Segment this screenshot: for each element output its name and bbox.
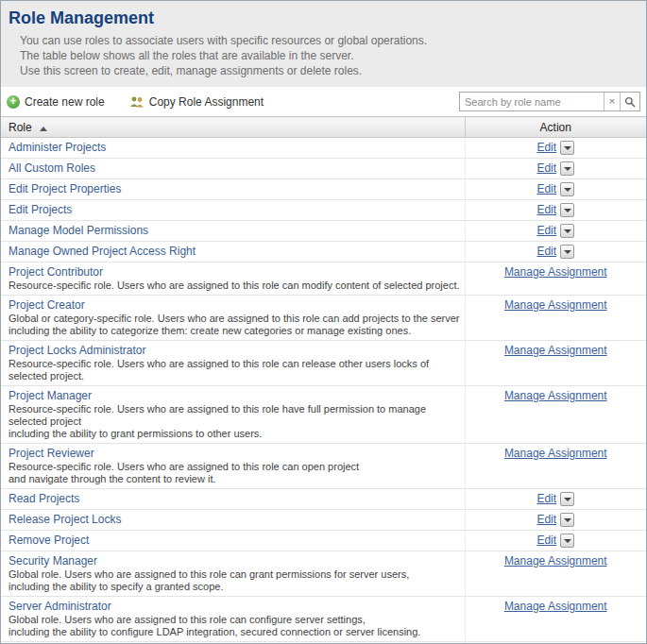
table-row: Project Locks AdministratorResource-spec… [1, 341, 646, 386]
chevron-down-icon [564, 229, 571, 233]
edit-link[interactable]: Edit [536, 224, 556, 238]
role-name-link[interactable]: Project Contributor [9, 265, 103, 280]
role-name-link[interactable]: Administer Projects [9, 141, 106, 155]
table-row: Project ReviewerResource-specific role. … [1, 444, 646, 489]
role-cell: Project Locks AdministratorResource-spec… [1, 341, 465, 386]
edit-link[interactable]: Edit [536, 513, 556, 527]
role-cell: Project ContributorResource-specific rol… [1, 263, 465, 296]
role-name-link[interactable]: Edit Projects [9, 203, 72, 217]
edit-dropdown-button[interactable] [560, 513, 574, 527]
edit-link[interactable]: Edit [536, 245, 556, 259]
edit-link[interactable]: Edit [536, 203, 556, 217]
role-cell: Read Projects [1, 489, 465, 510]
role-name-link[interactable]: Security Manager [9, 554, 97, 568]
table-row: Read ProjectsEdit [1, 489, 646, 510]
action-cell: Manage Assignment [465, 597, 646, 642]
role-cell: Manage Model Permissions [1, 221, 465, 242]
create-new-role-label: Create new role [25, 95, 105, 109]
chevron-down-icon [564, 518, 571, 522]
description-line: Use this screen to create, edit, manage … [9, 63, 638, 78]
role-management-panel: Role Management You can use roles to ass… [0, 0, 647, 644]
role-name-link[interactable]: Release Project Locks [9, 513, 121, 527]
table-row: Security ManagerGlobal role. Users who a… [1, 551, 646, 597]
role-name-link[interactable]: Project Locks Administrator [9, 344, 145, 358]
role-name-link[interactable]: Server Administrator [9, 600, 111, 614]
clear-search-button[interactable]: × [604, 93, 620, 110]
action-cell: Manage Assignment [465, 386, 646, 444]
edit-dropdown-button[interactable] [560, 224, 574, 238]
table-row: Remove ProjectEdit [1, 531, 646, 551]
role-description: including the ability to specify a grant… [9, 581, 461, 593]
role-column-header[interactable]: Role [1, 117, 465, 138]
edit-dropdown-button[interactable] [560, 534, 574, 548]
role-name-link[interactable]: Manage Model Permissions [9, 224, 148, 238]
action-column-header[interactable]: Action [465, 117, 646, 138]
search-input[interactable] [460, 93, 604, 110]
manage-assignment-link[interactable]: Manage Assignment [504, 344, 607, 357]
role-name-link[interactable]: Project Creator [9, 298, 85, 313]
edit-dropdown-button[interactable] [560, 245, 574, 259]
edit-dropdown-button[interactable] [560, 203, 574, 217]
role-description: Resource-specific role. Users who are as… [9, 280, 461, 292]
edit-action-group: Edit [536, 245, 574, 259]
role-description: Global role. Users who are assigned to t… [9, 614, 461, 626]
role-description: Resource-specific role. Users who are as… [9, 358, 461, 382]
role-name-link[interactable]: Read Projects [9, 492, 79, 506]
edit-link[interactable]: Edit [536, 182, 556, 196]
role-description: Resource-specific role. Users who are as… [9, 403, 461, 428]
table-row: Edit ProjectsEdit [1, 200, 646, 221]
role-description: including the ability to categorize them… [9, 325, 461, 337]
edit-link[interactable]: Edit [536, 534, 556, 548]
action-cell: Edit [465, 489, 646, 510]
role-name-link[interactable]: All Custom Roles [9, 161, 95, 176]
manage-assignment-link[interactable]: Manage Assignment [504, 389, 607, 402]
edit-dropdown-button[interactable] [560, 492, 574, 506]
action-cell: Edit [465, 242, 646, 263]
edit-link[interactable]: Edit [536, 141, 556, 155]
role-name-link[interactable]: Manage Owned Project Access Right [9, 245, 196, 259]
role-description: Resource-specific role. Users who are as… [9, 461, 461, 473]
edit-dropdown-button[interactable] [560, 141, 574, 155]
action-cell: Edit [465, 531, 646, 551]
copy-role-assignment-button[interactable]: Copy Role Assignment [129, 95, 264, 109]
role-description: including the ability to grant permissio… [9, 428, 461, 440]
edit-action-group: Edit [536, 224, 574, 238]
create-new-role-button[interactable]: + Create new role [7, 95, 105, 109]
action-cell: Manage Assignment [465, 263, 646, 296]
role-name-link[interactable]: Project Reviewer [9, 447, 94, 461]
copy-role-assignment-icon [129, 95, 145, 109]
edit-action-group: Edit [536, 534, 574, 548]
role-name-link[interactable]: Edit Project Properties [9, 182, 121, 196]
manage-assignment-link[interactable]: Manage Assignment [504, 265, 607, 279]
role-cell: Release Project Locks [1, 510, 465, 531]
edit-link[interactable]: Edit [536, 492, 556, 506]
manage-assignment-link[interactable]: Manage Assignment [504, 447, 607, 460]
edit-dropdown-button[interactable] [560, 182, 574, 196]
role-name-link[interactable]: Project Manager [9, 389, 92, 403]
role-table-body: Administer ProjectsEditAll Custom RolesE… [1, 138, 646, 644]
edit-action-group: Edit [536, 203, 574, 217]
role-name-link[interactable]: Remove Project [9, 534, 89, 548]
edit-action-group: Edit [536, 182, 574, 196]
edit-action-group: Edit [536, 513, 574, 527]
edit-dropdown-button[interactable] [560, 161, 574, 176]
role-cell: All Custom Roles [1, 159, 465, 179]
search-button[interactable] [620, 93, 639, 110]
table-row: Project CreatorGlobal or category-specif… [1, 296, 646, 341]
manage-assignment-link[interactable]: Manage Assignment [504, 600, 607, 613]
role-description: and navigate through the content to revi… [9, 473, 461, 485]
edit-link[interactable]: Edit [536, 161, 556, 176]
manage-assignment-link[interactable]: Manage Assignment [504, 298, 607, 312]
header: Role Management You can use roles to ass… [1, 1, 646, 87]
action-cell: Edit [465, 200, 646, 221]
table-row: Manage Model PermissionsEdit [1, 221, 646, 242]
manage-assignment-link[interactable]: Manage Assignment [504, 554, 607, 568]
chevron-down-icon [564, 167, 571, 171]
chevron-down-icon [564, 498, 571, 501]
action-cell: Manage Assignment [465, 551, 646, 597]
sort-ascending-icon [40, 127, 47, 131]
table-row: All Custom RolesEdit [1, 159, 646, 179]
role-cell: Project CreatorGlobal or category-specif… [1, 296, 465, 341]
chevron-down-icon [564, 146, 571, 150]
action-cell: Manage Assignment [465, 296, 646, 341]
